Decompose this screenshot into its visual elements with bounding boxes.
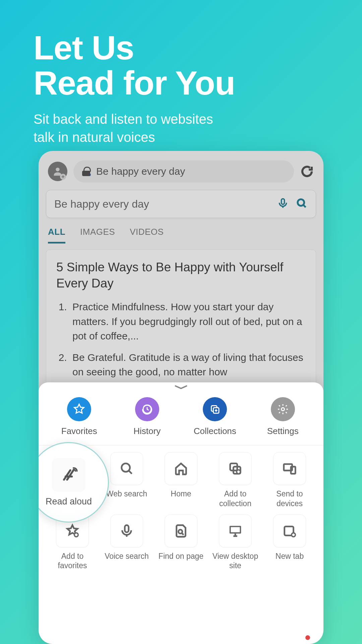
hero-title: Let Us Read for You [34,30,328,101]
add-collection-button[interactable]: Add to collection [210,452,260,508]
search-icon [110,452,143,485]
web-search-button[interactable]: Web search [102,452,152,508]
svg-rect-14 [125,525,129,532]
collections-button[interactable]: Collections [186,397,243,436]
favorites-button[interactable]: Favorites [51,397,108,436]
tab-images[interactable]: IMAGES [80,227,115,244]
new-tab-icon [273,515,306,547]
search-input[interactable] [54,198,270,210]
mic-icon [110,515,143,547]
result-list: Practice Mindfulness. How you start your… [56,300,306,379]
add-collection-icon [219,452,252,485]
devices-icon [273,452,306,485]
tab-all[interactable]: ALL [48,227,65,244]
send-devices-button[interactable]: Send to devices [264,452,315,508]
find-on-page-button[interactable]: Find on page [156,515,206,571]
result-item: Practice Mindfulness. How you start your… [70,300,306,343]
tab-videos[interactable]: VIDEOS [130,227,164,244]
notification-dot-icon [305,635,310,640]
new-tab-button[interactable]: New tab [264,515,315,571]
svg-point-6 [281,408,284,411]
read-aloud-label: Read aloud [46,496,92,507]
address-bar[interactable]: Be happy every day [73,160,294,182]
result-title: 5 Simple Ways to Be Happy with Yourself … [56,259,306,291]
phone-mockup: + Be happy every day ALL IMAGES VIDEOS 5… [39,151,323,644]
result-card[interactable]: 5 Simple Ways to Be Happy with Yourself … [46,250,316,396]
svg-point-7 [122,464,130,472]
collections-icon [203,397,227,421]
settings-button[interactable]: Settings [254,397,311,436]
home-button[interactable]: Home [156,452,206,508]
reload-button[interactable] [300,164,314,178]
lock-icon [82,167,90,176]
desktop-icon [219,515,252,547]
profile-avatar[interactable]: + [48,162,67,181]
gear-icon [271,397,295,421]
svg-point-2 [298,199,304,206]
history-button[interactable]: History [119,397,176,436]
hero-subtitle: Sit back and listen to websites talk in … [34,110,328,146]
mic-icon[interactable] [277,197,289,211]
history-icon [135,397,159,421]
sheet-row-top: Favorites History Collections Settings [39,388,323,445]
address-text: Be happy every day [96,166,185,177]
browser-topbar: + Be happy every day [39,151,323,186]
desktop-site-button[interactable]: View desktop site [210,515,260,571]
svg-rect-12 [291,467,295,474]
home-icon [165,452,197,485]
add-favorites-button[interactable]: Add to favorites [47,515,98,571]
svg-point-0 [56,168,59,171]
bottom-sheet: Favorites History Collections Settings [39,382,323,644]
read-aloud-icon [52,458,85,492]
svg-rect-17 [231,527,240,532]
svg-rect-1 [282,199,285,205]
star-icon [67,397,91,421]
find-icon [165,515,197,547]
svg-point-15 [178,530,182,534]
promo-hero: Let Us Read for You Sit back and listen … [0,0,362,160]
result-tabs: ALL IMAGES VIDEOS [39,218,323,244]
sheet-grabber[interactable] [173,386,189,388]
voice-search-button[interactable]: Voice search [102,515,152,571]
search-icon[interactable] [296,197,308,211]
add-profile-icon: + [60,174,66,180]
result-item: Be Grateful. Gratitude is a way of livin… [70,350,306,379]
search-bar[interactable] [46,190,316,218]
